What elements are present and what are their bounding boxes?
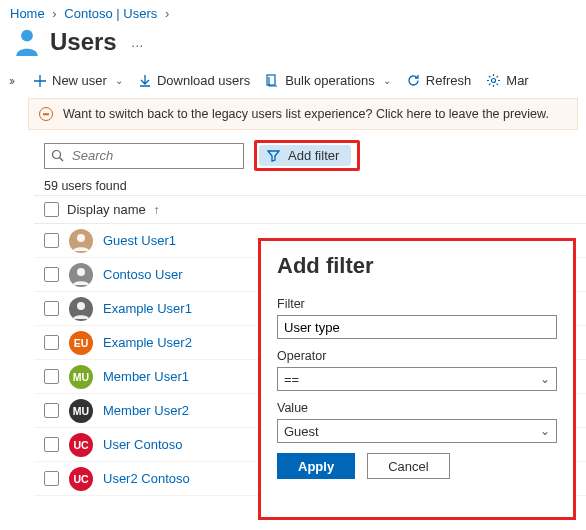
download-users-label: Download users <box>157 73 250 88</box>
new-user-label: New user <box>52 73 107 88</box>
bulk-operations-button[interactable]: Bulk operations ⌄ <box>258 69 399 92</box>
results-count: 59 users found <box>0 175 586 195</box>
avatar: UC <box>69 467 93 491</box>
user-name-link[interactable]: User2 Contoso <box>103 471 190 486</box>
row-checkbox[interactable] <box>44 267 59 282</box>
new-user-button[interactable]: New user ⌄ <box>26 69 131 92</box>
breadcrumb-separator-icon: › <box>165 6 169 21</box>
banner-text: Want to switch back to the legacy users … <box>63 107 549 121</box>
row-checkbox[interactable] <box>44 471 59 486</box>
add-filter-button[interactable]: Add filter <box>259 145 351 166</box>
row-checkbox[interactable] <box>44 403 59 418</box>
select-all-checkbox[interactable] <box>44 202 59 217</box>
bulk-icon <box>266 74 279 87</box>
chevron-down-icon: ⌄ <box>540 424 550 438</box>
avatar <box>69 297 93 321</box>
add-filter-panel: Add filter Filter Operator == ⌄ Value Gu… <box>258 238 576 520</box>
row-checkbox[interactable] <box>44 369 59 384</box>
avatar: EU <box>69 331 93 355</box>
search-filter-row: Add filter <box>0 140 586 175</box>
preview-banner[interactable]: Want to switch back to the legacy users … <box>28 98 578 130</box>
panel-title: Add filter <box>277 253 557 279</box>
avatar <box>69 229 93 253</box>
avatar: MU <box>69 365 93 389</box>
row-checkbox[interactable] <box>44 437 59 452</box>
svg-point-6 <box>77 302 85 310</box>
avatar: UC <box>69 433 93 457</box>
operator-value: == <box>284 372 299 387</box>
svg-rect-1 <box>267 75 275 85</box>
user-name-link[interactable]: Example User1 <box>103 301 192 316</box>
refresh-button[interactable]: Refresh <box>399 69 480 92</box>
add-filter-label: Add filter <box>288 148 339 163</box>
plus-icon <box>34 75 46 87</box>
user-name-link[interactable]: User Contoso <box>103 437 182 452</box>
chevron-down-icon: ⌄ <box>540 372 550 386</box>
row-checkbox[interactable] <box>44 301 59 316</box>
value-value: Guest <box>284 424 319 439</box>
breadcrumb-separator-icon: › <box>52 6 56 21</box>
search-box[interactable] <box>44 143 244 169</box>
column-display-name[interactable]: Display name ↑ <box>67 202 159 217</box>
user-name-link[interactable]: Member User2 <box>103 403 189 418</box>
refresh-icon <box>407 74 420 87</box>
user-name-link[interactable]: Contoso User <box>103 267 182 282</box>
download-icon <box>139 75 151 87</box>
command-bar: ›› New user ⌄ Download users Bulk operat… <box>0 69 586 98</box>
chevron-down-icon: ⌄ <box>383 75 391 86</box>
page-header: Users … <box>0 23 586 69</box>
refresh-label: Refresh <box>426 73 472 88</box>
avatar: MU <box>69 399 93 423</box>
operator-select[interactable]: == ⌄ <box>277 367 557 391</box>
breadcrumb-contoso-users[interactable]: Contoso | Users <box>64 6 157 21</box>
value-field-label: Value <box>277 401 557 415</box>
svg-point-0 <box>21 30 33 42</box>
expand-nav-icon[interactable]: ›› <box>0 74 22 88</box>
svg-point-4 <box>77 234 85 242</box>
cancel-button[interactable]: Cancel <box>367 453 449 479</box>
sort-asc-icon: ↑ <box>153 203 159 217</box>
breadcrumb: Home › Contoso | Users › <box>0 0 586 23</box>
filter-field-input[interactable] <box>277 315 557 339</box>
more-actions-icon[interactable]: … <box>131 35 145 50</box>
breadcrumb-home[interactable]: Home <box>10 6 45 21</box>
apply-button[interactable]: Apply <box>277 453 355 479</box>
svg-point-3 <box>53 151 61 159</box>
svg-point-2 <box>492 79 496 83</box>
gear-icon <box>487 74 500 87</box>
bulk-operations-label: Bulk operations <box>285 73 375 88</box>
search-icon <box>51 149 64 162</box>
chevron-down-icon: ⌄ <box>115 75 123 86</box>
users-icon <box>14 27 40 57</box>
add-filter-highlight: Add filter <box>254 140 360 171</box>
user-name-link[interactable]: Member User1 <box>103 369 189 384</box>
filter-icon <box>267 149 280 162</box>
download-users-button[interactable]: Download users <box>131 69 258 92</box>
manage-label: Mar <box>506 73 528 88</box>
filter-field-label: Filter <box>277 297 557 311</box>
info-remove-icon <box>39 107 53 121</box>
column-display-name-label: Display name <box>67 202 146 217</box>
manage-button[interactable]: Mar <box>479 69 536 92</box>
search-input[interactable] <box>70 147 243 164</box>
operator-field-label: Operator <box>277 349 557 363</box>
grid-header: Display name ↑ <box>34 195 586 224</box>
row-checkbox[interactable] <box>44 233 59 248</box>
avatar <box>69 263 93 287</box>
value-select[interactable]: Guest ⌄ <box>277 419 557 443</box>
page-title: Users <box>50 28 117 56</box>
user-name-link[interactable]: Example User2 <box>103 335 192 350</box>
row-checkbox[interactable] <box>44 335 59 350</box>
svg-point-5 <box>77 268 85 276</box>
user-name-link[interactable]: Guest User1 <box>103 233 176 248</box>
